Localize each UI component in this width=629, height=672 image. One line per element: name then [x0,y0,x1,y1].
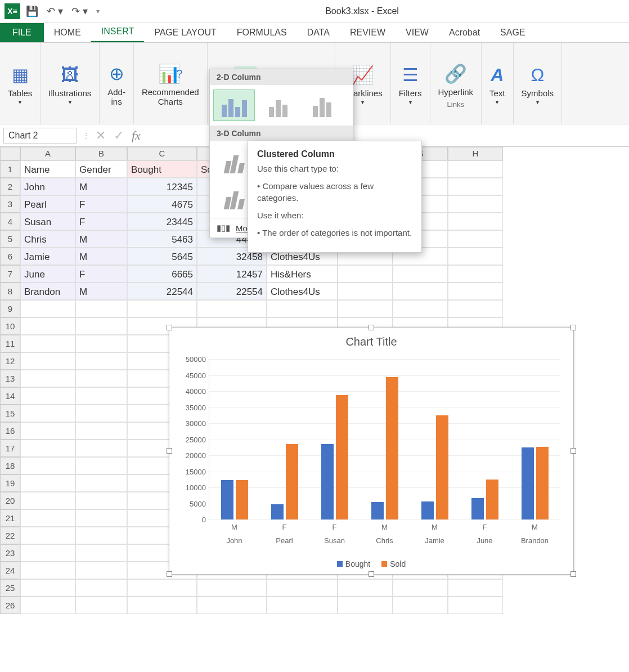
select-all-corner[interactable] [0,147,20,160]
row-header[interactable]: 11 [0,335,20,352]
row-header[interactable]: 19 [0,474,20,492]
hyperlink-button[interactable]: 🔗 Hyperlink [435,59,477,99]
cell[interactable] [448,213,503,230]
row-header[interactable]: 15 [0,405,20,422]
chart-plot-area[interactable]: 0500010000150002000025000300003500040000… [209,359,560,520]
chart-bar[interactable] [286,444,298,519]
enter-formula-icon[interactable]: ✓ [114,128,124,143]
cell[interactable]: Gender [75,160,127,178]
cell[interactable] [20,370,75,387]
resize-handle[interactable] [369,571,374,577]
cell[interactable]: Jamie [20,248,75,265]
filters-button[interactable]: ☰ Filters▾ [396,60,425,107]
symbols-button[interactable]: Ω Symbols▾ [518,60,558,107]
cell[interactable] [448,265,503,283]
recommended-charts-button[interactable]: 📊? Recommended Charts [138,59,203,109]
cell[interactable] [75,509,127,527]
col-header[interactable]: C [127,147,197,160]
redo-icon[interactable]: ↷ ▾ [71,5,88,17]
chart-bar[interactable] [486,480,498,519]
cell[interactable]: Name [20,160,75,178]
cell[interactable] [448,579,503,597]
cell[interactable]: M [75,230,127,248]
chart-bar[interactable] [321,444,334,519]
row-header[interactable]: 4 [0,213,20,230]
row-header[interactable]: 24 [0,562,20,579]
cell[interactable] [75,440,127,457]
row-header[interactable]: 18 [0,457,20,474]
chart-bar[interactable] [371,502,384,519]
cell[interactable] [197,597,267,614]
cell[interactable] [448,230,503,248]
cell[interactable]: Susan [20,213,75,230]
cell[interactable] [20,387,75,405]
cell[interactable]: Pearl [20,195,75,213]
cell[interactable] [20,509,75,527]
row-header[interactable]: 25 [0,579,20,597]
cell[interactable] [393,265,448,283]
cell[interactable]: Brandon [20,283,75,300]
cell[interactable] [75,300,127,317]
cell[interactable] [338,265,393,283]
chart-bar[interactable] [221,480,233,519]
row-header[interactable]: 21 [0,509,20,527]
cell[interactable] [338,597,393,614]
resize-handle[interactable] [369,325,374,330]
cell[interactable] [393,597,448,614]
chart-object[interactable]: Chart Title 0500010000150002000025000300… [169,327,574,575]
cell[interactable]: Clothes4Us [267,283,338,300]
row-header[interactable]: 3 [0,195,20,213]
cell[interactable] [20,422,75,440]
cell[interactable] [127,579,197,597]
row-header[interactable]: 26 [0,597,20,614]
cell[interactable] [75,597,127,614]
chart-bar[interactable] [336,395,348,519]
chart-bar[interactable] [271,504,284,519]
col-header[interactable]: B [75,147,127,160]
cell[interactable] [448,160,503,178]
tab-insert[interactable]: INSERT [91,22,144,42]
cell[interactable]: John [20,178,75,195]
resize-handle[interactable] [167,448,172,454]
resize-handle[interactable] [570,571,576,577]
cell[interactable] [20,457,75,474]
cell[interactable]: 12457 [197,265,267,283]
undo-icon[interactable]: ↶ ▾ [47,5,63,17]
cell[interactable]: M [75,283,127,300]
cell[interactable] [75,370,127,387]
illustrations-button[interactable]: 🖼 Illustrations▾ [45,60,95,107]
cell[interactable] [127,597,197,614]
resize-handle[interactable] [167,325,172,330]
row-header[interactable]: 23 [0,544,20,562]
chart-bar[interactable] [436,415,448,519]
cell[interactable]: M [75,178,127,195]
row-header[interactable]: 5 [0,230,20,248]
cell[interactable] [267,597,338,614]
cell[interactable] [20,352,75,370]
row-header[interactable]: 13 [0,370,20,387]
chart-title[interactable]: Chart Title [169,335,573,348]
cell[interactable] [393,283,448,300]
chart-legend[interactable]: BoughtSold [169,559,573,568]
cell[interactable] [448,300,503,317]
cell[interactable]: 22554 [197,283,267,300]
cell[interactable]: F [75,265,127,283]
cell[interactable] [75,405,127,422]
tab-acrobat[interactable]: Acrobat [439,23,490,42]
cell[interactable] [338,300,393,317]
cell[interactable] [20,317,75,335]
cell[interactable] [20,544,75,562]
cell[interactable] [20,440,75,457]
cell[interactable] [75,579,127,597]
cell[interactable]: F [75,195,127,213]
tables-button[interactable]: ▦ Tables▾ [5,60,35,107]
cell[interactable]: 22544 [127,283,197,300]
chart-bar[interactable] [536,447,549,519]
cell[interactable] [448,283,503,300]
cell[interactable] [127,300,197,317]
tab-formulas[interactable]: FORMULAS [227,23,297,42]
chart-bar[interactable] [522,447,534,520]
cell[interactable] [267,579,338,597]
cell[interactable]: June [20,265,75,283]
tab-sage[interactable]: SAGE [490,23,535,42]
